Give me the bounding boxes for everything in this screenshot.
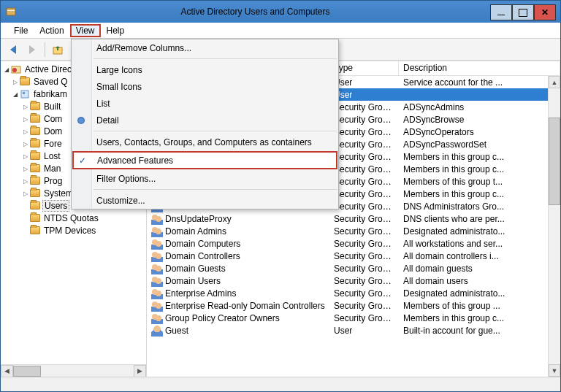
separator bbox=[94, 58, 337, 59]
list-row[interactable]: Domain AdminsSecurity Group...Designated… bbox=[147, 225, 560, 237]
expand-icon[interactable] bbox=[21, 189, 29, 197]
menu-help[interactable]: Help bbox=[101, 24, 131, 37]
row-name: Group Policy Creator Owners bbox=[165, 313, 280, 323]
expand-icon[interactable] bbox=[11, 77, 19, 85]
menuitem-filter-options[interactable]: Filter Options... bbox=[72, 170, 338, 187]
menuitem-detail[interactable]: Detail bbox=[72, 112, 338, 128]
menuitem-large-icons[interactable]: Large Icons bbox=[72, 61, 338, 78]
tree-horizontal-scrollbar[interactable]: ◀ ▶ bbox=[1, 364, 146, 377]
forward-button[interactable] bbox=[24, 42, 40, 58]
vertical-scrollbar[interactable]: ▲ ▼ bbox=[548, 76, 560, 377]
folder-icon bbox=[19, 76, 31, 88]
svg-rect-1 bbox=[7, 10, 15, 11]
expand-icon[interactable] bbox=[21, 115, 29, 123]
expand-icon[interactable] bbox=[21, 102, 29, 110]
column-type[interactable]: Type bbox=[329, 61, 399, 75]
row-type: Security Group... bbox=[329, 239, 399, 249]
maximize-button[interactable] bbox=[512, 4, 534, 20]
scroll-up-button[interactable]: ▲ bbox=[549, 76, 560, 88]
list-row[interactable]: Domain UsersSecurity Group...All domain … bbox=[147, 274, 560, 287]
row-type: Security Group... bbox=[329, 164, 399, 174]
tree-node-label: Man bbox=[42, 164, 62, 174]
row-description: Members in this group c... bbox=[399, 189, 560, 199]
tree-node[interactable]: TPM Devices bbox=[1, 224, 146, 237]
svg-rect-0 bbox=[7, 8, 15, 15]
menuitem-advanced-features[interactable]: ✓Advanced Features bbox=[72, 151, 337, 169]
scroll-left-button[interactable]: ◀ bbox=[1, 365, 13, 377]
tree-node[interactable]: NTDS Quotas bbox=[1, 212, 146, 224]
tree-node-label: Dom bbox=[42, 126, 64, 137]
list-row[interactable]: Group Policy Creator OwnersSecurity Grou… bbox=[147, 312, 560, 324]
list-row[interactable]: Enterprise Read-only Domain ControllersS… bbox=[147, 299, 560, 312]
expand-icon[interactable] bbox=[21, 152, 29, 160]
scrollbar-thumb[interactable] bbox=[13, 366, 41, 377]
close-button[interactable] bbox=[534, 4, 556, 20]
list-row[interactable]: DnsUpdateProxySecurity Group...DNS clien… bbox=[147, 212, 560, 225]
row-type: Security Group... bbox=[329, 214, 399, 224]
row-type: Security Group... bbox=[329, 139, 399, 150]
expand-icon[interactable] bbox=[21, 177, 29, 185]
menu-action[interactable]: Action bbox=[34, 24, 69, 37]
row-name: Enterprise Read-only Domain Controllers bbox=[165, 301, 325, 311]
bullet-icon bbox=[77, 117, 85, 124]
column-description[interactable]: Description bbox=[399, 61, 560, 75]
list-row[interactable]: Domain ControllersSecurity Group...All d… bbox=[147, 250, 560, 262]
row-description: Members in this group c... bbox=[399, 152, 560, 162]
arrow-right-icon bbox=[29, 45, 35, 54]
group-icon bbox=[151, 213, 163, 225]
list-row[interactable]: GuestUserBuilt-in account for gue... bbox=[147, 324, 560, 337]
menuitem-users-as-containers[interactable]: Users, Contacts, Groups, and Computers a… bbox=[72, 134, 338, 150]
menuitem-small-icons[interactable]: Small Icons bbox=[72, 78, 338, 95]
separator bbox=[94, 189, 337, 190]
row-name: Domain Admins bbox=[165, 226, 226, 237]
row-description: Designated administrato... bbox=[399, 226, 560, 237]
menu-view[interactable]: View bbox=[70, 24, 101, 37]
row-description: ADSyncAdmins bbox=[399, 102, 560, 112]
menuitem-customize[interactable]: Customize... bbox=[72, 192, 338, 209]
menu-file[interactable]: File bbox=[8, 24, 34, 37]
folder-icon bbox=[29, 138, 41, 150]
menuitem-add-remove-columns[interactable]: Add/Remove Columns... bbox=[72, 39, 338, 56]
scroll-down-button[interactable]: ▼ bbox=[549, 364, 560, 377]
row-name: Domain Controllers bbox=[165, 251, 240, 261]
view-dropdown-menu: Add/Remove Columns... Large Icons Small … bbox=[71, 39, 339, 210]
expand-icon[interactable] bbox=[21, 127, 29, 135]
row-type: Security Group... bbox=[329, 313, 399, 323]
expand-icon[interactable] bbox=[11, 90, 19, 98]
row-name: Enterprise Admins bbox=[165, 288, 236, 299]
back-button[interactable] bbox=[5, 42, 21, 58]
scrollbar-thumb[interactable] bbox=[549, 118, 560, 205]
group-icon bbox=[151, 275, 163, 287]
tree-node-label: Built bbox=[42, 101, 62, 112]
scroll-right-button[interactable]: ▶ bbox=[134, 365, 146, 377]
directory-icon bbox=[10, 64, 22, 75]
row-name: Domain Guests bbox=[165, 264, 226, 274]
folder-icon bbox=[29, 126, 41, 137]
list-row[interactable]: Domain ComputersSecurity Group...All wor… bbox=[147, 237, 560, 250]
folder-icon bbox=[29, 175, 41, 187]
folder-icon bbox=[29, 188, 41, 199]
expand-icon[interactable] bbox=[21, 164, 29, 172]
row-type: Security Group... bbox=[329, 177, 399, 187]
row-type: Security Group... bbox=[329, 127, 399, 137]
arrow-left-icon bbox=[10, 45, 16, 54]
folder-icon bbox=[29, 225, 41, 237]
up-button[interactable] bbox=[50, 42, 66, 58]
row-type: Security Group... bbox=[329, 264, 399, 274]
row-type: Security Group... bbox=[329, 226, 399, 237]
expand-icon[interactable] bbox=[21, 139, 29, 147]
separator bbox=[94, 131, 337, 131]
list-row[interactable]: Domain GuestsSecurity Group...All domain… bbox=[147, 262, 560, 274]
svg-rect-8 bbox=[23, 92, 25, 94]
folder-icon bbox=[29, 101, 41, 112]
title-bar: Active Directory Users and Computers bbox=[1, 1, 560, 23]
expand-icon[interactable] bbox=[2, 65, 10, 73]
user-icon bbox=[151, 325, 163, 337]
minimize-button[interactable] bbox=[490, 4, 512, 20]
group-icon bbox=[151, 263, 163, 274]
menuitem-list[interactable]: List bbox=[72, 95, 338, 112]
row-type: Security Group... bbox=[329, 102, 399, 112]
list-row[interactable]: Enterprise AdminsSecurity Group...Design… bbox=[147, 287, 560, 299]
row-description: DNS Administrators Gro... bbox=[399, 201, 560, 212]
svg-point-6 bbox=[12, 68, 17, 72]
